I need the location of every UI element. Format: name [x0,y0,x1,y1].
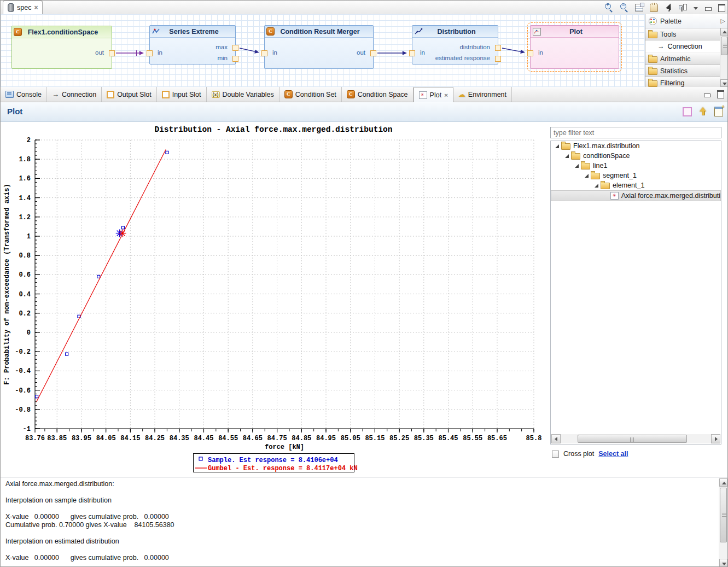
node-series-extreme[interactable]: Series Extremeinmaxmin [149,25,236,65]
palette-section-statistics[interactable]: Statistics [645,65,728,77]
view-menu-icon[interactable] [694,7,698,10]
svg-text:0.6: 0.6 [19,271,31,279]
view-tab-condition-set[interactable]: Condition Set [279,87,342,102]
tree-horizontal-scrollbar[interactable] [551,434,720,443]
distribution-chart: -1-0.8-0.6-0.4-0.200.20.40.60.811.21.41.… [1,122,548,479]
node-distribution[interactable]: Distributionindistributionestimated resp… [412,25,498,65]
svg-text:84.85: 84.85 [292,435,311,442]
palette-scrollbar[interactable] [720,28,728,87]
port-distribution[interactable] [495,45,501,51]
collapse-palette-icon[interactable]: ▷ [721,17,725,25]
pan-icon[interactable] [650,3,658,12]
tree-item-label: element_1 [613,182,644,189]
svg-text:85.45: 85.45 [439,435,458,442]
svg-text:85.05: 85.05 [341,435,360,442]
scrollbar-thumb[interactable] [721,37,727,55]
tree-item-axial-force-max-merged-distributi[interactable]: Axial force.max.merged.distributi [551,190,721,201]
move-up-icon[interactable] [700,107,707,116]
tree-item-label: Flex1.max.distribution [573,142,640,150]
port-out[interactable] [370,50,376,56]
port-estimated-response[interactable] [495,56,501,62]
select-all-link[interactable]: Select all [598,450,628,458]
port-max[interactable] [232,45,238,51]
scroll-up-button[interactable] [720,28,728,36]
folder-icon [601,183,610,189]
scrollbar-thumb[interactable] [578,435,687,443]
view-tab-condition-space[interactable]: Condition Space [342,87,413,102]
close-icon[interactable]: × [444,92,448,98]
port-out[interactable] [109,50,115,56]
cross-plot-row: Cross plot Select all [552,450,628,458]
palette-section-filtering[interactable]: Filtering [645,77,728,87]
minimize-icon[interactable] [704,93,710,97]
port-in[interactable] [147,50,153,56]
cross-plot-checkbox[interactable] [552,451,559,458]
expand-icon[interactable] [595,184,598,188]
open-new-window-icon[interactable] [714,107,723,116]
zoom-out-icon[interactable] [620,3,628,11]
scroll-left-button[interactable] [551,434,561,443]
cross-plot-label: Cross plot [563,450,594,458]
node-plot[interactable]: Plotin [530,25,619,69]
close-icon[interactable]: × [34,4,38,11]
port-min[interactable] [232,56,238,62]
svg-text:84.25: 84.25 [145,435,165,442]
relations-icon[interactable] [679,3,687,11]
view-tab-connection[interactable]: →Connection [47,87,102,102]
view-tab-plot[interactable]: Plot× [413,87,453,103]
view-tab-environment[interactable]: ☁Environment [453,87,512,102]
view-tab-output-slot[interactable]: Output Slot [102,87,157,102]
expand-icon[interactable] [565,154,569,158]
expand-icon[interactable] [585,174,589,178]
chart-title: Distribution - Axial force.max.merged.di… [154,125,392,134]
tree-item-element-1[interactable]: element_1 [551,180,721,190]
node-condition-result-merger[interactable]: Condition Result Mergerinout [264,25,374,69]
output-vertical-scrollbar[interactable] [719,478,728,567]
scroll-up-button[interactable] [719,478,727,487]
tab-spec[interactable]: spec × [3,1,43,14]
view-tab-double-variables[interactable]: (x)Double Variables [207,87,279,102]
palette-section-tools[interactable]: Tools« [645,28,728,40]
scroll-down-button[interactable] [720,79,728,87]
expand-icon[interactable] [555,144,559,148]
spec-tab-label: spec [17,4,31,11]
port-in[interactable] [409,50,415,56]
palette-title: Palette [660,17,682,25]
port-in[interactable] [527,50,533,56]
properties-icon[interactable] [635,4,643,11]
tree-item-segment-1[interactable]: segment_1 [551,171,721,180]
maximize-icon[interactable] [718,4,725,12]
select-icon[interactable] [665,3,672,11]
view-tab-console[interactable]: Console [1,87,47,102]
palette-section-aritmethic[interactable]: Aritmethic [645,53,728,65]
svg-text:85.25: 85.25 [389,435,409,442]
scroll-right-button[interactable] [711,434,720,443]
tree-item-conditionspace[interactable]: conditionSpace [551,151,721,161]
tree-filter-input[interactable] [550,127,721,138]
view-tab-label: Input Slot [172,91,201,98]
palette-item-connection[interactable]: →Connection [645,40,728,53]
plot-color-icon[interactable] [683,107,692,116]
editor-toolbar [604,2,725,13]
svg-text:83.85: 83.85 [47,435,67,442]
scroll-down-button[interactable] [719,559,727,567]
view-stack-buttons [704,90,724,98]
maximize-icon[interactable] [717,90,724,98]
double-variables-icon: (x) [212,91,220,98]
folder-icon [561,143,570,150]
tree-item-line1[interactable]: line1 [551,161,721,171]
expand-icon[interactable] [575,164,579,168]
node-flex1-conditionspace[interactable]: Flex1.conditionSpaceout [11,26,112,69]
port-in[interactable] [261,50,267,56]
zoom-in-icon[interactable] [604,3,613,11]
folder-icon [648,32,657,38]
svg-text:84.95: 84.95 [316,435,336,442]
node-title: Plot [541,28,619,36]
tree-item-flex1-max-distribution[interactable]: Flex1.max.distribution [551,141,721,151]
view-tab-label: Output Slot [117,91,152,98]
palette-header[interactable]: Palette ▷ [645,14,728,28]
view-tab-input-slot[interactable]: Input Slot [157,87,207,102]
scrollbar-thumb[interactable] [720,488,727,542]
diagram-canvas[interactable]: Flex1.conditionSpaceoutSeries Extremeinm… [1,14,645,87]
minimize-icon[interactable] [705,7,712,11]
